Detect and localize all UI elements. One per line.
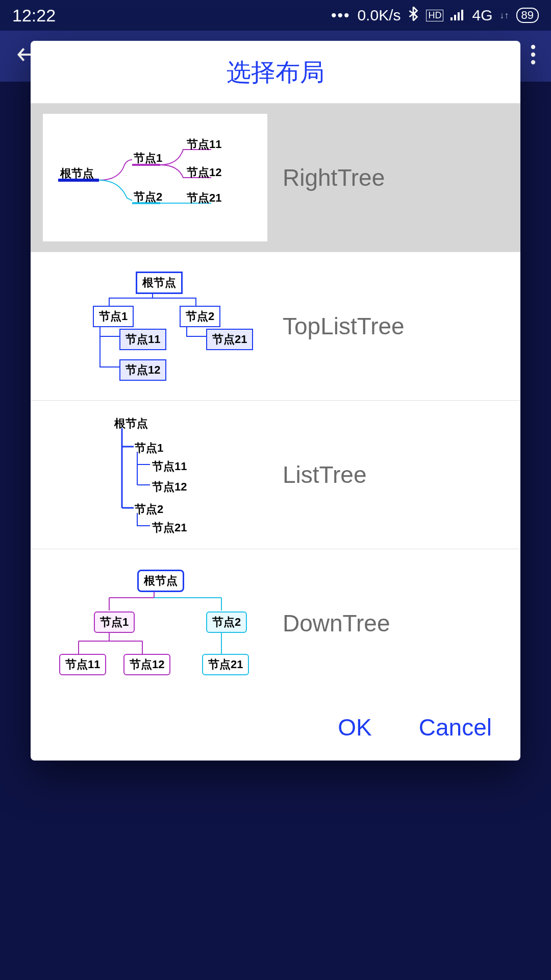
layout-option-righttree[interactable]: 根节点 节点1 节点2 节点11 节点12 节点21 RightTree — [31, 104, 520, 252]
layout-option-label: TopListTree — [283, 312, 405, 340]
cancel-button[interactable]: Cancel — [411, 709, 500, 745]
dialog-title: 选择布局 — [31, 41, 520, 104]
layout-option-label: RightTree — [283, 164, 385, 191]
status-speed: 0.0K/s — [357, 7, 400, 24]
status-net: 4G — [472, 7, 492, 24]
status-battery: 89 — [516, 8, 539, 23]
layout-option-toplisttree[interactable]: 根节点 节点1 节点2 节点11 节点12 节点21 TopListTree — [31, 252, 520, 401]
bluetooth-icon — [408, 6, 419, 25]
signal-icon — [450, 7, 465, 24]
hd-icon: HD — [426, 10, 443, 21]
ok-button[interactable]: OK — [330, 709, 380, 745]
svg-rect-0 — [450, 17, 453, 20]
svg-point-6 — [531, 60, 535, 64]
svg-point-4 — [531, 44, 535, 48]
layout-option-downtree[interactable]: 根节点 节点1 节点2 节点11 节点12 节点21 DownTree — [31, 549, 520, 697]
status-bar: 12:22 ••• 0.0K/s HD 4G ↓↑ 89 — [0, 0, 551, 31]
righttree-thumb: 根节点 节点1 节点2 节点11 节点12 节点21 — [43, 114, 267, 241]
menu-icon[interactable] — [531, 42, 536, 70]
more-icon: ••• — [331, 7, 350, 24]
layout-option-label: DownTree — [283, 609, 390, 637]
layout-option-listtree[interactable]: 根节点 节点1 节点11 节点12 节点2 节点21 ListTree — [31, 401, 520, 549]
listtree-thumb: 根节点 节点1 节点11 节点12 节点2 节点21 — [43, 411, 267, 538]
layout-list: 根节点 节点1 节点2 节点11 节点12 节点21 RightTree 根节点 — [31, 104, 520, 697]
toplisttree-thumb: 根节点 节点1 节点2 节点11 节点12 节点21 — [43, 262, 267, 390]
status-right: ••• 0.0K/s HD 4G ↓↑ 89 — [331, 6, 539, 25]
svg-rect-2 — [458, 12, 460, 20]
dialog-actions: OK Cancel — [31, 697, 520, 761]
svg-rect-3 — [461, 10, 463, 20]
status-time: 12:22 — [12, 6, 56, 26]
downtree-thumb: 根节点 节点1 节点2 节点11 节点12 节点21 — [43, 559, 267, 687]
layout-option-label: ListTree — [283, 461, 366, 488]
svg-rect-1 — [454, 15, 456, 20]
svg-point-5 — [531, 52, 535, 56]
arrows-icon: ↓↑ — [500, 10, 509, 21]
layout-dialog: 选择布局 根节点 节点1 节点2 节点11 节点12 — [31, 41, 520, 761]
